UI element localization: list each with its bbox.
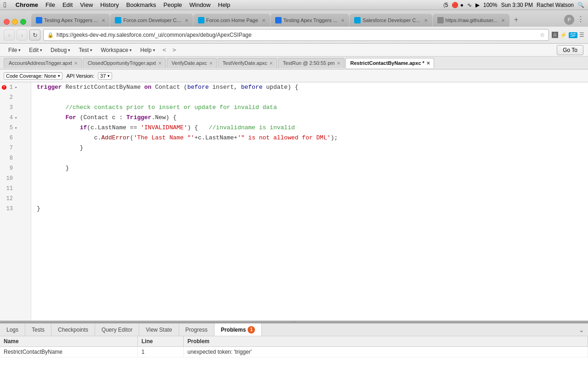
coverage-selector[interactable]: Code Coverage: None ▾ [4,72,62,80]
fold-arrow[interactable]: ▾ [15,126,17,131]
file-tab-test-verify[interactable]: TestVerifyDate.apxc ✕ [218,58,277,68]
col-header-problem: Problem [184,336,588,346]
file-tab-label: ClosedOpportunityTrigger.apxt [88,60,156,66]
problem-row[interactable]: RestrictContactByName 1 unexpected token… [0,347,588,357]
tab-problems[interactable]: Problems 1 [215,323,262,336]
window-menu[interactable]: Window [189,1,210,8]
fold-arrow[interactable]: ▾ [15,115,17,121]
gutter-line-3: 3 [0,103,31,113]
bookmark-icon[interactable]: ☆ [540,32,545,38]
tab-logs-label: Logs [6,327,18,333]
nav-back-btn[interactable]: < [160,46,169,54]
sf-edit-menu[interactable]: Edit ▾ [25,46,46,55]
tab-logs[interactable]: Logs [0,323,25,336]
profile-icon[interactable]: P [564,15,574,25]
problems-badge: 1 [248,326,255,334]
extensions-area: 🅰 ⚡ SF ☰ [552,31,584,39]
url-input[interactable] [57,32,537,38]
search-icon[interactable]: 🔍 [577,2,584,8]
tab-close-icon[interactable]: ✕ [424,18,428,23]
new-tab-button[interactable]: + [510,14,523,26]
edit-menu[interactable]: Edit [62,1,73,8]
tab-close-icon[interactable]: ✕ [185,18,188,23]
reload-button[interactable]: ↻ [29,29,40,40]
apple-menu[interactable]:  [4,1,6,9]
tab-checkpoints[interactable]: Checkpoints [51,323,95,336]
api-version-value: 37 [100,73,106,79]
tab-label: Testing Apex Triggers ... [283,17,337,23]
sf-icon[interactable]: SF [569,32,577,38]
tab-progress[interactable]: Progress [179,323,215,336]
sf-file-menu[interactable]: File ▾ [5,46,24,55]
file-tab-close[interactable]: ✕ [74,61,78,66]
back-button[interactable]: ‹ [4,29,15,40]
file-tab-label: VerifyDate.apxc [172,60,207,66]
gutter-line-7: 7 [0,143,31,153]
browser-settings-icon[interactable]: ⋮ [577,15,584,25]
minimize-button[interactable] [12,19,18,25]
nav-fwd-btn[interactable]: > [170,46,179,54]
sf-test-menu[interactable]: Test ▾ [75,46,96,55]
file-tab-close[interactable]: ✕ [209,61,213,66]
go-to-button[interactable]: Go To [557,45,583,55]
sf-debug-menu[interactable]: Debug ▾ [47,46,74,55]
bookmarks-menu[interactable]: Bookmarks [126,1,156,8]
chrome-menu[interactable]: Chrome [16,1,38,8]
line-number: 5 [4,125,13,131]
status-icons: 🔴 ● [452,2,464,8]
file-tab-restrict[interactable]: RestrictContactByName.apxc * ✕ [345,58,434,68]
file-tab-close[interactable]: ✕ [426,61,430,66]
tab-close-icon[interactable]: ✕ [501,18,505,23]
tab-view-state[interactable]: View State [139,323,179,336]
browser-tab[interactable]: https://raw.githubuser... ✕ [433,14,509,27]
history-menu[interactable]: History [100,1,119,8]
api-version-selector[interactable]: 37 ▾ [98,72,112,80]
gutter-line-8: 8 [0,153,31,163]
toolbar-row: Code Coverage: None ▾ API Version: 37 ▾ [0,69,588,82]
browser-tab[interactable]: Force.com Home Page ✕ [193,14,270,27]
sf-help-menu[interactable]: Help ▾ [136,46,159,55]
extension-icon[interactable]: ⚡ [560,32,567,38]
close-button[interactable] [4,19,10,25]
code-line-5: if(c.LastName == 'INVALIDNAME') { //inva… [31,123,588,133]
line-number: 9 [4,165,13,172]
col-header-line: Line [138,336,184,346]
browser-tab[interactable]: Salesforce Developer C... ✕ [350,14,432,27]
forward-button[interactable]: › [17,29,28,40]
file-tab-verify-date[interactable]: VerifyDate.apxc ✕ [167,58,217,68]
line-number: 6 [4,135,13,141]
file-tabs: AccountAddressTrigger.apxt ✕ ClosedOppor… [0,57,588,69]
tab-close-icon[interactable]: ✕ [102,18,105,23]
line-gutter: ! 1 ▾ 2 3 4 ▾ 5 ▾ 6 7 8 9 10 11 [0,82,31,321]
sf-workspace-menu[interactable]: Workspace ▾ [97,46,136,55]
file-tab-closed-opp[interactable]: ClosedOpportunityTrigger.apxt ✕ [83,58,166,68]
tab-query-editor[interactable]: Query Editor [95,323,139,336]
tab-close-icon[interactable]: ✕ [262,18,266,23]
fold-arrow[interactable]: ▾ [15,85,17,90]
people-menu[interactable]: People [164,1,182,8]
tab-close-icon[interactable]: ✕ [341,18,345,23]
help-menu[interactable]: Help [218,1,231,8]
error-indicator: ! [2,85,6,90]
problem-name: RestrictContactByName [0,347,138,357]
file-tab-close[interactable]: ✕ [337,61,340,66]
file-tab-label: TestRun @ 2:50:55 pm [283,60,335,66]
maximize-button[interactable] [20,19,26,25]
file-tab-close[interactable]: ✕ [269,61,273,66]
tab-tests[interactable]: Tests [25,323,51,336]
code-line-8 [31,153,588,163]
chrome-menu-icon[interactable]: ☰ [579,32,584,38]
file-tab-close[interactable]: ✕ [158,61,162,66]
view-menu[interactable]: View [80,1,93,8]
battery-status: 100% [483,2,498,8]
ai-icon[interactable]: 🅰 [552,31,558,39]
file-tab-account[interactable]: AccountAddressTrigger.apxt ✕ [4,58,82,68]
browser-tab[interactable]: Force.com Developer C... ✕ [110,14,192,27]
panel-collapse-button[interactable]: ⌄ [575,324,588,335]
tab-favicon [437,17,444,23]
browser-tab[interactable]: Testing Apex Triggers ... ✕ [271,14,349,27]
browser-tab[interactable]: Testing Apex Triggers ... ✕ [31,14,110,27]
file-tab-testrun[interactable]: TestRun @ 2:50:55 pm ✕ [278,58,345,68]
file-menu[interactable]: File [45,1,55,8]
code-content[interactable]: trigger RestrictContactByName on Contact… [31,82,588,321]
